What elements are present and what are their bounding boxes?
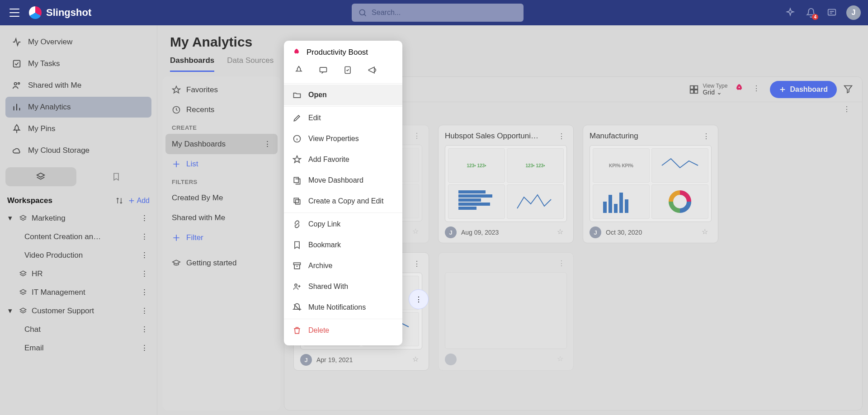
more-button[interactable]: ⋮ [753,84,764,95]
rocket-button[interactable] [734,83,746,96]
search-input[interactable] [372,9,517,17]
quick-task-button[interactable] [341,63,354,77]
filter-recents[interactable]: Recents [165,100,278,120]
ctx-shared-with[interactable]: Shared With [284,276,402,297]
notifications-button[interactable]: 4 [805,6,817,19]
filter-getting-started[interactable]: Getting started [165,253,278,273]
workspace-hr[interactable]: HR ⋮ [5,264,151,283]
tab-data-sources[interactable]: Data Sources [227,56,274,72]
ctx-delete[interactable]: Delete [284,320,402,341]
star-icon[interactable]: ☆ [412,227,422,237]
add-list-button[interactable]: List [165,154,278,174]
star-icon[interactable]: ☆ [702,227,712,237]
users-plus-icon [292,282,302,292]
svg-rect-36 [294,263,301,264]
card-menu-button[interactable]: ⋮ [703,132,712,141]
card-menu-button[interactable]: ⋮ [413,132,422,140]
filter-created-by-me[interactable]: Created By Me [165,188,278,208]
workspace-menu-button[interactable]: ⋮ [141,288,149,297]
svg-rect-15 [458,207,476,210]
workspace-menu-button[interactable]: ⋮ [141,269,149,278]
activity-icon [12,37,22,47]
filter-icon[interactable] [843,84,854,95]
workspace-marketing[interactable]: ▾ Marketing ⋮ [5,209,151,227]
ctx-archive[interactable]: Archive [284,255,402,276]
user-avatar[interactable]: J [846,5,861,20]
global-search[interactable] [352,4,524,22]
nav-my-pins[interactable]: My Pins [5,118,151,139]
star-icon[interactable]: ☆ [557,227,567,237]
kebab-icon[interactable]: ⋮ [264,139,271,149]
ctx-bookmark[interactable]: Bookmark [284,235,402,255]
star-icon [292,155,302,165]
workspace-menu-button[interactable]: ⋮ [141,232,149,241]
dashboard-card[interactable]: Hubspot Sales Opportuni…⋮ 123• 123• 123•… [438,125,574,243]
dashboard-card[interactable]: ⋮ ☆ [438,252,574,371]
ctx-copy-link[interactable]: Copy Link [284,214,402,235]
graduation-cap-icon [172,259,181,268]
workspace-menu-button[interactable]: ⋮ [141,343,149,353]
ctx-edit[interactable]: Edit [284,108,402,128]
workspace-customer-support[interactable]: ▾ Customer Support ⋮ [5,302,151,320]
bookmark-toggle[interactable] [81,167,152,186]
ctx-open[interactable]: Open [284,85,402,105]
plus-icon [172,160,181,169]
ctx-mute-notifications[interactable]: Mute Notifications [284,297,402,318]
card-title: Manufacturing [590,132,703,141]
workspace-menu-button[interactable]: ⋮ [141,213,149,223]
star-icon[interactable]: ☆ [557,354,567,364]
svg-rect-34 [296,200,300,204]
active-card-menu-button[interactable]: ⋮ [409,289,429,309]
filter-favorites[interactable]: Favorites [165,80,278,100]
app-logo[interactable]: Slingshot [29,6,91,19]
nav-my-tasks[interactable]: My Tasks [5,53,151,74]
sort-icon[interactable] [115,197,123,205]
sparkle-icon[interactable] [784,6,797,19]
nav-my-overview[interactable]: My Overview [5,32,151,52]
quick-chat-button[interactable] [316,63,330,77]
card-menu-button[interactable]: ⋮ [413,259,422,268]
workspace-child-content-creation[interactable]: Content Creation an… ⋮ [5,227,151,246]
card-preview: KPI% KPI% [590,145,712,222]
quick-announce-button[interactable] [365,63,379,77]
star-icon[interactable]: ☆ [412,355,422,365]
workspace-menu-button[interactable]: ⋮ [141,306,149,316]
svg-point-10 [739,86,740,88]
card-menu-button[interactable]: ⋮ [558,132,567,141]
ctx-view-properties[interactable]: View Properties [284,128,402,149]
ctx-copy-edit[interactable]: Create a Copy and Edit [284,191,402,212]
workspace-child-video-production[interactable]: Video Production ⋮ [5,246,151,264]
filter-shared-with-me[interactable]: Shared with Me [165,208,278,228]
view-type-dropdown[interactable]: View Type Grid ⌄ [689,83,727,96]
info-icon [292,134,302,144]
add-filter-button[interactable]: Filter [165,228,278,248]
nav-label: My Tasks [28,59,60,68]
svg-rect-11 [458,190,486,193]
quick-pin-button[interactable] [292,63,306,77]
chat-icon[interactable] [826,6,838,19]
workspace-it-management[interactable]: IT Management ⋮ [5,283,151,302]
workspace-child-chat[interactable]: Chat ⋮ [5,320,151,339]
area-more-button[interactable]: ⋮ [843,105,854,116]
tab-dashboards[interactable]: Dashboards [170,56,214,72]
workspace-menu-button[interactable]: ⋮ [141,325,149,334]
workspace-child-email[interactable]: Email ⋮ [5,339,151,357]
filter-my-dashboards[interactable]: My Dashboards ⋮ [165,134,278,154]
ctx-move-dashboard[interactable]: Move Dashboard [284,170,402,191]
nav-my-analytics[interactable]: My Analytics [5,97,151,118]
copy-icon [292,196,302,206]
svg-rect-16 [603,202,607,213]
menu-toggle-button[interactable] [7,5,22,20]
card-menu-button[interactable]: ⋮ [558,259,567,268]
nav-shared-with-me[interactable]: Shared with Me [5,75,151,96]
page-title: My Analytics [170,34,855,50]
new-dashboard-button[interactable]: Dashboard [770,81,837,98]
add-workspace-button[interactable]: Add [128,197,150,205]
ctx-add-favorite[interactable]: Add Favorite [284,149,402,170]
context-menu: Productivity Boost Open Edit View Proper… [284,41,402,345]
dashboard-card[interactable]: Manufacturing⋮ KPI% KPI% JOct 30, 2020☆ [583,125,718,243]
nav-my-cloud-storage[interactable]: My Cloud Storage [5,140,151,161]
layers-toggle[interactable] [5,167,76,186]
svg-rect-8 [690,90,693,93]
workspace-menu-button[interactable]: ⋮ [141,250,149,260]
